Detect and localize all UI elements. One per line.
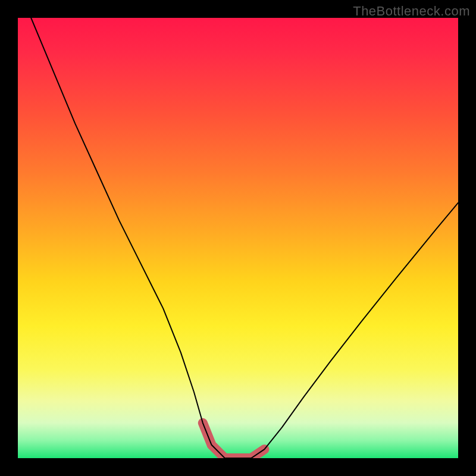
plot-area [18, 18, 458, 458]
watermark-text: TheBottleneck.com [353, 4, 470, 19]
optimal-flat-segment [203, 423, 265, 458]
chart-frame: TheBottleneck.com [0, 0, 476, 476]
bottleneck-curve [31, 18, 458, 458]
chart-svg [18, 18, 458, 458]
